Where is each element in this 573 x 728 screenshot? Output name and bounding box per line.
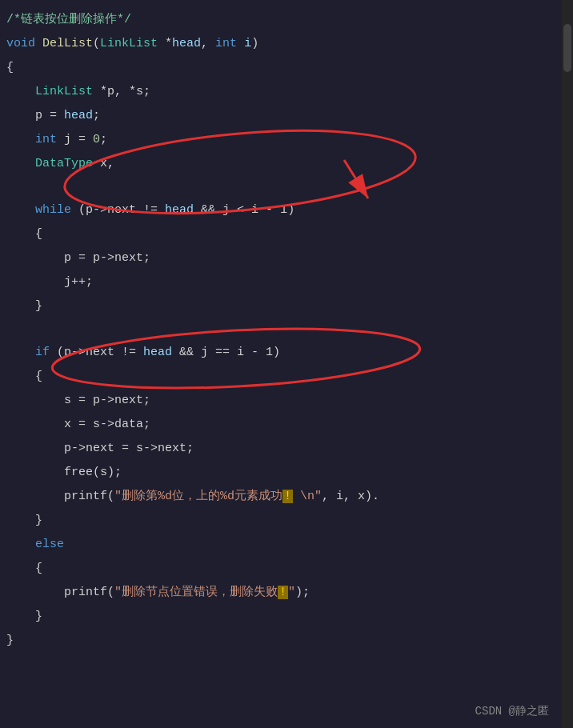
token: 0 — [93, 133, 100, 146]
scrollbar-thumb[interactable] — [563, 24, 571, 72]
token: "删除第%d位，上的%d元素成功 — [114, 490, 282, 503]
code-line: { — [0, 365, 573, 389]
token — [6, 538, 35, 551]
code-line: p = head; — [0, 104, 573, 128]
code-line: LinkList *p, *s; — [0, 80, 573, 104]
token — [6, 346, 35, 359]
token: = — [78, 251, 93, 265]
line-content: } — [0, 630, 573, 652]
token: (p->next != — [71, 203, 165, 217]
token: { — [6, 562, 42, 575]
token: int — [35, 133, 57, 146]
line-content: else — [0, 534, 573, 556]
line-content: LinkList *p, *s; — [0, 81, 573, 103]
token: ; — [100, 133, 107, 146]
token: = — [78, 418, 93, 431]
token: } — [6, 514, 42, 527]
token: " — [288, 586, 295, 599]
code-line: free(s); — [0, 461, 573, 485]
code-line: DataType x, — [0, 152, 573, 176]
token: x — [6, 418, 78, 431]
code-line: int j = 0; — [0, 128, 573, 152]
token: else — [35, 538, 64, 551]
token: && j == i - 1) — [172, 346, 280, 359]
line-content: int j = 0; — [0, 129, 573, 151]
token: p->next; — [93, 394, 150, 407]
token: } — [6, 299, 42, 313]
token: = — [50, 109, 64, 122]
line-content: } — [0, 295, 573, 318]
code-line: s = p->next; — [0, 389, 573, 413]
token: * — [158, 37, 172, 50]
token: { — [6, 61, 14, 74]
token: , — [201, 37, 215, 50]
token: ! — [282, 490, 293, 503]
line-content: while (p->next != head && j < i - 1) — [0, 199, 573, 222]
line-content: DataType x, — [0, 153, 573, 175]
token: j++; — [6, 275, 93, 289]
line-content: if (p->next != head && j == i - 1) — [0, 342, 573, 364]
token — [6, 203, 35, 217]
token: LinkList — [6, 85, 93, 98]
code-line: { — [0, 56, 573, 80]
token: DelList — [42, 37, 93, 50]
token: head — [165, 203, 194, 217]
token: && j < i - 1 — [201, 203, 287, 217]
line-content: void DelList(LinkList *head, int i) — [0, 33, 573, 55]
code-line: else — [0, 533, 573, 557]
token: int — [215, 37, 237, 50]
token: x, — [93, 157, 114, 170]
token: { — [6, 370, 42, 383]
token: = — [78, 394, 93, 407]
code-line: if (p->next != head && j == i - 1) — [0, 341, 573, 365]
token: void — [6, 37, 42, 50]
token: head — [64, 109, 93, 122]
token: while — [35, 203, 71, 217]
token: i — [237, 37, 251, 50]
token: s->data; — [93, 418, 150, 431]
code-line: while (p->next != head && j < i - 1) — [0, 198, 573, 222]
token: \n" — [293, 490, 322, 503]
code-line: x = s->data; — [0, 413, 573, 437]
token: if — [35, 346, 50, 359]
token — [6, 133, 35, 146]
line-content: } — [0, 606, 573, 628]
token: p — [6, 109, 50, 122]
token: } — [6, 610, 42, 623]
token: ) — [287, 203, 295, 217]
code-line: void DelList(LinkList *head, int i) — [0, 32, 573, 56]
token: p->next; — [93, 251, 150, 265]
code-line: p = p->next; — [0, 246, 573, 270]
token: LinkList — [100, 37, 158, 50]
line-content: } — [0, 510, 573, 532]
line-content: free(s); — [0, 462, 573, 484]
scrollbar[interactable] — [562, 0, 573, 728]
token: printf( — [6, 490, 114, 503]
line-content: p = p->next; — [0, 247, 573, 270]
code-line: p->next = s->next; — [0, 437, 573, 461]
line-content: x = s->data; — [0, 414, 573, 436]
token: p — [6, 251, 78, 265]
code-line: /*链表按位删除操作*/ — [0, 8, 573, 32]
token: head — [172, 37, 201, 50]
token: s — [6, 394, 78, 407]
token: head — [143, 346, 172, 359]
token: s->next; — [136, 442, 194, 455]
line-content: j++; — [0, 271, 573, 294]
token: . — [372, 490, 379, 503]
code-editor: /*链表按位删除操作*/void DelList(LinkList *head,… — [0, 0, 573, 728]
code-line — [0, 176, 573, 198]
token: /*链表按位删除操作*/ — [6, 13, 131, 26]
line-content: /*链表按位删除操作*/ — [0, 9, 573, 31]
token: printf( — [6, 586, 114, 599]
token — [194, 203, 201, 217]
code-line: j++; — [0, 270, 573, 294]
code-line: { — [0, 557, 573, 581]
token: = — [122, 442, 136, 455]
token: ( — [93, 37, 100, 50]
token: (p->next != — [50, 346, 143, 359]
token: ! — [278, 586, 288, 599]
code-line: } — [0, 294, 573, 318]
token: "删除节点位置错误，删除失败 — [114, 586, 278, 599]
token: p->next — [6, 442, 122, 455]
